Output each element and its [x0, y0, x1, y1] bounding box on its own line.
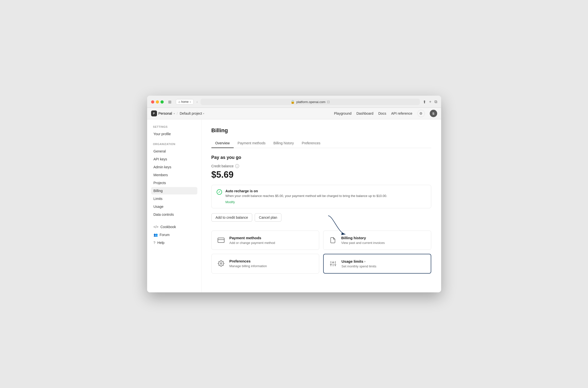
modify-link[interactable]: Modify	[226, 200, 235, 204]
org-section-label: ORGANIZATION	[151, 143, 197, 146]
org-chevron-icon: ▾	[174, 112, 175, 115]
tab-overview[interactable]: Overview	[211, 139, 234, 148]
sidebar-item-general[interactable]: General	[151, 147, 197, 155]
check-circle-icon: ✓	[217, 189, 222, 195]
sliders-icon	[329, 259, 337, 268]
general-label: General	[153, 149, 166, 153]
org-name: Personal	[158, 111, 172, 115]
cancel-plan-button[interactable]: Cancel plan	[255, 213, 281, 222]
preferences-card[interactable]: Preferences Manage billing information	[211, 254, 319, 274]
app-layout: SETTINGS Your profile ORGANIZATION Gener…	[147, 119, 441, 292]
traffic-light-maximize[interactable]	[160, 100, 164, 103]
browser-window: ⊞ ⌂ home ▾ ‹ 🔒 platform.openai.com ⊡ ⬆ +…	[147, 96, 441, 292]
data-controls-label: Data controls	[153, 213, 174, 217]
browser-controls: ⊞ ⌂ home ▾ ‹ 🔒 platform.openai.com ⊡ ⬆ +…	[151, 98, 437, 105]
preferences-card-desc: Manage billing information	[230, 264, 267, 268]
sidebar-item-help[interactable]: ? Help	[151, 239, 197, 246]
breadcrumb-separator: /	[177, 111, 178, 115]
sidebar-item-forum[interactable]: 👥 Forum	[151, 231, 197, 239]
nav-arrows: ‹	[197, 100, 198, 104]
payment-methods-card-desc: Add or change payment method	[230, 241, 275, 245]
tab-payment-methods[interactable]: Payment methods	[234, 139, 270, 148]
svg-rect-1	[218, 238, 224, 243]
main-content: Billing Overview Payment methods Billing…	[202, 119, 441, 292]
user-avatar[interactable]: S	[430, 110, 437, 117]
members-label: Members	[153, 173, 168, 177]
chevron-right-icon: ›	[364, 260, 365, 263]
forum-icon: 👥	[153, 233, 158, 237]
page-title: Billing	[211, 127, 431, 134]
new-tab-icon[interactable]: +	[429, 99, 431, 104]
sidebar: SETTINGS Your profile ORGANIZATION Gener…	[147, 119, 202, 292]
your-profile-label: Your profile	[153, 132, 171, 136]
auto-recharge-content: Auto recharge is on When your credit bal…	[226, 189, 387, 204]
sidebar-item-limits[interactable]: Limits	[151, 195, 197, 202]
home-tab[interactable]: ⌂ home ▾	[176, 99, 194, 104]
address-text: platform.openai.com	[296, 100, 325, 104]
project-name: Default project	[180, 111, 202, 115]
projects-label: Projects	[153, 181, 166, 185]
address-bar[interactable]: 🔒 platform.openai.com ⊡	[201, 98, 420, 105]
auto-recharge-box: ✓ Auto recharge is on When your credit b…	[211, 185, 431, 208]
traffic-light-close[interactable]	[151, 100, 154, 103]
api-reference-link[interactable]: API reference	[391, 111, 412, 115]
sidebar-item-usage[interactable]: Usage	[151, 203, 197, 210]
sidebar-item-data-controls[interactable]: Data controls	[151, 211, 197, 218]
usage-label: Usage	[153, 205, 163, 209]
breadcrumb-project[interactable]: Default project ▾	[180, 111, 204, 115]
playground-link[interactable]: Playground	[334, 111, 352, 115]
billing-label: Billing	[153, 189, 163, 193]
payment-methods-card-title: Payment methods	[230, 236, 275, 240]
home-tab-label: home	[181, 100, 189, 103]
billing-history-card-title: Billing history	[341, 236, 385, 240]
org-avatar: P	[151, 110, 157, 116]
sidebar-item-members[interactable]: Members	[151, 171, 197, 179]
payment-methods-card-content: Payment methods Add or change payment me…	[230, 236, 275, 245]
section-title: Pay as you go	[211, 155, 431, 160]
breadcrumb-org[interactable]: P Personal ▾	[151, 110, 175, 116]
add-to-credit-balance-button[interactable]: Add to credit balance	[211, 213, 253, 222]
cards-grid: Payment methods Add or change payment me…	[211, 231, 431, 274]
app-toolbar: P Personal ▾ / Default project ▾ Playgro…	[147, 108, 441, 119]
billing-history-card-desc: View past and current invoices	[341, 241, 385, 245]
sidebar-toggle-button[interactable]: ⊞	[167, 99, 173, 105]
dashboard-link[interactable]: Dashboard	[356, 111, 373, 115]
forum-label: Forum	[160, 233, 170, 237]
back-icon[interactable]: ‹	[197, 100, 198, 104]
settings-section-label: SETTINGS	[151, 125, 197, 128]
api-keys-label: API keys	[153, 157, 167, 161]
sidebar-item-api-keys[interactable]: API keys	[151, 155, 197, 163]
traffic-light-minimize[interactable]	[156, 100, 159, 103]
payment-methods-card[interactable]: Payment methods Add or change payment me…	[211, 231, 319, 250]
home-tab-chevron: ▾	[190, 100, 191, 103]
admin-keys-label: Admin keys	[153, 165, 171, 169]
settings-icon[interactable]: ⚙	[417, 110, 425, 117]
traffic-lights	[151, 100, 164, 103]
usage-limits-card-content: Usage limits › Set monthly spend limits	[341, 259, 376, 268]
billing-history-card[interactable]: Billing history View past and current in…	[323, 231, 431, 250]
top-nav: Playground Dashboard Docs API reference …	[334, 110, 437, 117]
sidebar-item-your-profile[interactable]: Your profile	[151, 130, 197, 138]
help-icon: ?	[153, 241, 155, 245]
windows-icon[interactable]: ⧉	[435, 99, 437, 104]
sidebar-section-resources: </> Cookbook 👥 Forum ? Help	[151, 223, 197, 246]
sidebar-item-cookbook[interactable]: </> Cookbook	[151, 223, 197, 231]
share-icon[interactable]: ⬆	[423, 99, 426, 104]
address-bar-actions: ⬆ + ⧉	[423, 99, 437, 104]
billing-history-card-content: Billing history View past and current in…	[341, 236, 385, 245]
sidebar-item-projects[interactable]: Projects	[151, 179, 197, 187]
tab-billing-history[interactable]: Billing history	[270, 139, 298, 148]
tab-preferences[interactable]: Preferences	[298, 139, 324, 148]
usage-limits-card[interactable]: Usage limits › Set monthly spend limits	[323, 254, 431, 274]
usage-limits-card-desc: Set monthly spend limits	[341, 265, 376, 268]
sidebar-item-billing[interactable]: Billing	[151, 187, 197, 194]
cookbook-label: Cookbook	[160, 225, 176, 229]
limits-label: Limits	[153, 197, 163, 201]
preferences-card-content: Preferences Manage billing information	[230, 259, 267, 268]
credit-balance-info-icon[interactable]: i	[235, 164, 239, 168]
sidebar-item-admin-keys[interactable]: Admin keys	[151, 163, 197, 171]
docs-link[interactable]: Docs	[378, 111, 386, 115]
auto-recharge-description: When your credit balance reaches $5.00, …	[226, 194, 387, 198]
auto-recharge-title: Auto recharge is on	[226, 189, 387, 193]
credit-amount: $5.69	[211, 170, 431, 180]
